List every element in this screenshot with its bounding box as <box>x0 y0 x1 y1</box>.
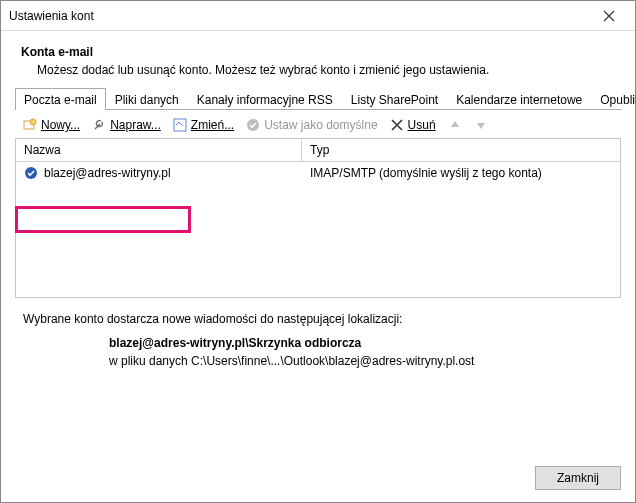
change-icon <box>173 118 187 132</box>
tabs: Poczta e-mail Pliki danych Kanały inform… <box>15 87 621 110</box>
delivery-location: blazej@adres-witryny.pl\Skrzynka odbiorc… <box>109 336 613 350</box>
change-label: Zmień... <box>191 118 234 132</box>
toolbar: Nowy... Napraw... Zmień... Ustaw jako do… <box>15 112 621 138</box>
svg-rect-2 <box>174 119 186 131</box>
window-title: Ustawienia kont <box>9 9 603 23</box>
repair-button[interactable]: Napraw... <box>92 118 161 132</box>
section-description: Możesz dodać lub usunąć konto. Możesz te… <box>21 63 615 77</box>
move-up-button <box>448 118 462 132</box>
repair-label: Napraw... <box>110 118 161 132</box>
column-type[interactable]: Typ <box>302 139 620 161</box>
tab-internet-calendars[interactable]: Kalendarze internetowe <box>447 88 591 110</box>
titlebar: Ustawienia kont <box>1 1 635 31</box>
close-dialog-button[interactable]: Zamknij <box>535 466 621 490</box>
arrow-up-icon <box>448 118 462 132</box>
change-button[interactable]: Zmień... <box>173 118 234 132</box>
set-default-label: Ustaw jako domyślne <box>264 118 377 132</box>
accounts-list: Nazwa Typ blazej@adres-witryny.pl IMAP/S… <box>15 138 621 298</box>
tab-rss[interactable]: Kanały informacyjne RSS <box>188 88 342 110</box>
tab-data-files[interactable]: Pliki danych <box>106 88 188 110</box>
account-type: IMAP/SMTP (domyślnie wyślij z tego konta… <box>302 162 620 184</box>
arrow-down-icon <box>474 118 488 132</box>
close-button[interactable] <box>603 10 627 22</box>
default-account-icon <box>24 166 38 180</box>
checkmark-icon <box>246 118 260 132</box>
remove-button[interactable]: Usuń <box>390 118 436 132</box>
list-header: Nazwa Typ <box>16 139 620 162</box>
tab-sharepoint[interactable]: Listy SharePoint <box>342 88 447 110</box>
new-button[interactable]: Nowy... <box>23 118 80 132</box>
tab-email[interactable]: Poczta e-mail <box>15 88 106 110</box>
svg-point-1 <box>30 119 36 125</box>
new-icon <box>23 118 37 132</box>
delivery-intro: Wybrane konto dostarcza nowe wiadomości … <box>23 312 613 326</box>
account-settings-window: Ustawienia kont Konta e-mail Możesz doda… <box>0 0 636 503</box>
table-row[interactable]: blazej@adres-witryny.pl IMAP/SMTP (domyś… <box>16 162 620 184</box>
section-heading: Konta e-mail <box>21 45 615 59</box>
tab-published[interactable]: Opublikowa <box>591 88 636 110</box>
move-down-button <box>474 118 488 132</box>
repair-icon <box>92 118 106 132</box>
column-name[interactable]: Nazwa <box>16 139 302 161</box>
remove-label: Usuń <box>408 118 436 132</box>
set-default-button: Ustaw jako domyślne <box>246 118 377 132</box>
footer: Zamknij <box>535 466 621 490</box>
delivery-path: w pliku danych C:\Users\finne\...\Outloo… <box>109 354 613 368</box>
remove-icon <box>390 118 404 132</box>
section-header: Konta e-mail Możesz dodać lub usunąć kon… <box>1 31 635 87</box>
new-label: Nowy... <box>41 118 80 132</box>
account-name: blazej@adres-witryny.pl <box>44 166 171 180</box>
delivery-section: Wybrane konto dostarcza nowe wiadomości … <box>23 312 613 368</box>
